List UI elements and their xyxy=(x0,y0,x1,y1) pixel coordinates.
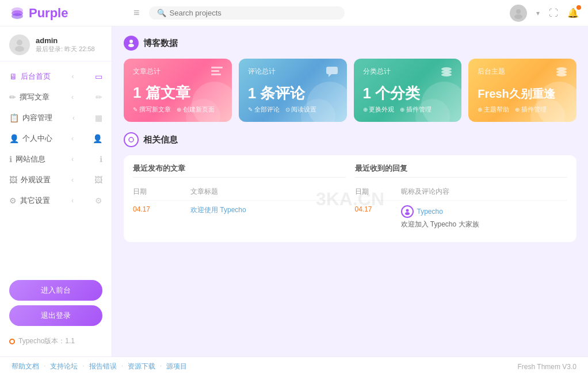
articles-label: 文章总计 xyxy=(133,67,161,76)
sidebar-avatar xyxy=(9,34,30,55)
related-section-icon xyxy=(124,132,139,147)
comments-link-settings[interactable]: 阅读设置 xyxy=(285,105,317,114)
sidebar-item-label: 网站信息 xyxy=(16,154,45,164)
articles-col-date: 日期 xyxy=(133,187,190,197)
comments-label: 评论总计 xyxy=(248,67,276,76)
reply-row-0-content: Typecho 欢迎加入 Typecho 大家族 xyxy=(401,205,568,229)
nav-chevron-profile: ‹ xyxy=(71,135,74,143)
sidebar-item-write[interactable]: ✏ 撰写文章 ‹ ✏ xyxy=(0,87,112,108)
footer-link-help[interactable]: 帮助文档 xyxy=(12,362,39,371)
theme-link-help[interactable]: 主题帮助 xyxy=(478,105,509,114)
nav-right-icon-write: ✏ xyxy=(96,93,102,102)
profile-icon: 👤 xyxy=(9,134,19,143)
reply-row-0-date: 04.17 xyxy=(355,205,401,213)
replies-col-content: 昵称及评论内容 xyxy=(401,187,568,197)
categories-label: 分类总计 xyxy=(363,67,391,76)
articles-panel-title: 最近发布的文章 xyxy=(133,163,346,178)
blog-section-title: 博客数据 xyxy=(143,38,178,49)
search-input[interactable] xyxy=(170,9,337,17)
categories-icon xyxy=(441,67,452,80)
replies-panel-title: 最近收到的回复 xyxy=(355,163,568,178)
svg-point-2 xyxy=(12,13,23,19)
svg-rect-11 xyxy=(211,74,221,75)
categories-link-plugins[interactable]: 插件管理 xyxy=(400,105,432,114)
chevron-down-icon[interactable]: ▾ xyxy=(536,9,540,17)
reply-avatar xyxy=(401,205,414,218)
replies-col-date: 日期 xyxy=(355,187,401,197)
blog-data-header: 博客数据 xyxy=(124,36,576,51)
footer-links: 帮助文档 · 支持论坛 · 报告错误 · 资源下载 · 源项目 xyxy=(12,362,187,371)
articles-table-header: 日期 文章标题 xyxy=(133,183,346,201)
footer-link-bugreport[interactable]: 报告错误 xyxy=(89,362,117,371)
sidebar-item-content[interactable]: 📋 内容管理 ‹ ▦ xyxy=(0,108,112,128)
topbar: Purple ≡ 🔍 ▾ ⛶ 🔔 xyxy=(0,0,588,26)
footer-version: Fresh Thmem V3.0 xyxy=(518,363,576,371)
sidebar-user: admin 最后登录: 昨天 22:58 xyxy=(0,26,112,62)
sidebar-item-label: 其它设置 xyxy=(20,195,50,206)
sidebar-nav: 🖥 后台首页 ‹ ▭ ✏ 撰写文章 ‹ ✏ 📋 内容管理 ‹ xyxy=(0,62,112,274)
svg-point-19 xyxy=(556,73,567,76)
related-section: 3KA.CN 最近发布的文章 日期 文章标题 04.17 欢迎使用 Typech… xyxy=(124,155,576,242)
footer-link-download[interactable]: 资源下载 xyxy=(128,362,155,371)
nav-chevron-content: ‹ xyxy=(72,114,75,122)
svg-point-20 xyxy=(129,137,133,142)
sidebar-item-siteinfo[interactable]: ℹ 网站信息 ‹ ℹ xyxy=(0,149,112,170)
reply-text: 欢迎加入 Typecho 大家族 xyxy=(401,220,568,229)
sidebar-user-info: admin 最后登录: 昨天 22:58 xyxy=(36,36,95,53)
nav-right-icon-appearance: 🖼 xyxy=(94,175,102,185)
reply-author-name[interactable]: Typecho xyxy=(417,208,443,216)
svg-point-16 xyxy=(441,73,452,76)
articles-row-0-date: 04.17 xyxy=(133,205,190,215)
sidebar-item-label: 撰写文章 xyxy=(20,92,49,102)
nav-chevron-write: ‹ xyxy=(71,93,74,101)
other-icon: ⚙ xyxy=(9,196,17,205)
articles-link-write[interactable]: 撰写新文章 xyxy=(133,105,171,114)
sidebar-item-dashboard[interactable]: 🖥 后台首页 ‹ ▭ xyxy=(0,66,112,87)
nav-right-icon-profile: 👤 xyxy=(93,134,102,143)
nav-right-icon-other: ⚙ xyxy=(95,196,102,205)
reply-row-0: 04.17 Typecho 欢迎加入 Typecho 大家族 xyxy=(355,201,568,234)
svg-rect-10 xyxy=(211,70,219,72)
related-section-header: 相关信息 xyxy=(124,132,576,147)
svg-rect-9 xyxy=(211,67,223,68)
nav-chevron-other: ‹ xyxy=(71,197,74,205)
svg-point-6 xyxy=(15,46,24,52)
theme-link-plugins[interactable]: 插件管理 xyxy=(515,105,547,114)
nav-chevron-siteinfo: ‹ xyxy=(71,155,74,163)
sidebar-item-appearance[interactable]: 🖼 外观设置 ‹ 🖼 xyxy=(0,170,112,190)
expand-icon[interactable]: ⛶ xyxy=(549,8,558,18)
stat-card-theme: 后台主题 Fresh久别重逢 主题帮助 插件管理 xyxy=(468,59,576,122)
sidebar-item-other[interactable]: ⚙ 其它设置 ‹ ⚙ xyxy=(0,190,112,211)
version-label: Typecho版本：1.1 xyxy=(18,336,75,346)
categories-link-theme[interactable]: 更换外观 xyxy=(363,105,395,114)
articles-icon xyxy=(211,67,223,79)
footer-link-forum[interactable]: 支持论坛 xyxy=(50,362,78,371)
stat-card-comments: 评论总计 1 条评论 全部评论 阅读设置 xyxy=(239,59,347,122)
sidebar-item-label: 内容管理 xyxy=(22,113,52,123)
logo-area: Purple xyxy=(9,5,119,21)
theme-label: 后台主题 xyxy=(478,67,505,76)
footer-link-source[interactable]: 源项目 xyxy=(166,362,187,371)
siteinfo-icon: ℹ xyxy=(9,155,12,164)
dashboard-icon: 🖥 xyxy=(9,72,17,81)
frontend-button[interactable]: 进入前台 xyxy=(9,280,102,301)
nav-right-icon-content: ▦ xyxy=(95,113,102,122)
svg-point-4 xyxy=(514,14,522,19)
bell-icon[interactable]: 🔔 xyxy=(567,7,579,18)
articles-col-title: 文章标题 xyxy=(190,187,346,197)
articles-row-0-title[interactable]: 欢迎使用 Typecho xyxy=(190,205,346,215)
sidebar: admin 最后登录: 昨天 22:58 🖥 后台首页 ‹ ▭ ✏ 撰写文章 ‹… xyxy=(0,26,112,356)
nav-right-icon-dashboard: ▭ xyxy=(95,72,102,81)
sidebar-item-profile[interactable]: 👤 个人中心 ‹ 👤 xyxy=(0,128,112,149)
comments-icon xyxy=(326,67,338,80)
related-grid: 最近发布的文章 日期 文章标题 04.17 欢迎使用 Typecho 最近收到的… xyxy=(133,163,567,234)
svg-point-21 xyxy=(406,209,408,212)
logo-text: Purple xyxy=(29,6,68,21)
articles-links: 撰写新文章 创建新页面 xyxy=(133,105,223,114)
logout-button[interactable]: 退出登录 xyxy=(9,305,102,326)
appearance-icon: 🖼 xyxy=(9,175,17,185)
articles-link-create[interactable]: 创建新页面 xyxy=(177,105,215,114)
menu-icon[interactable]: ≡ xyxy=(133,7,140,19)
comments-link-all[interactable]: 全部评论 xyxy=(248,105,280,114)
topbar-avatar[interactable] xyxy=(510,5,527,22)
